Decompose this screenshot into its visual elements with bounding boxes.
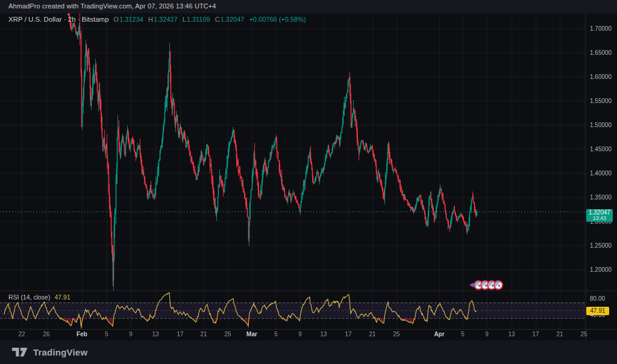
time-axis-label: Apr xyxy=(434,331,444,338)
time-axis-label: 5 xyxy=(274,331,278,338)
top-bar: AhmadPro created with TradingView.com, A… xyxy=(0,0,617,13)
time-axis-label: 25 xyxy=(393,331,399,338)
price-axis-label: 1.60000 xyxy=(590,74,612,80)
price-axis-label: 1.20000 xyxy=(590,266,612,273)
rsi-current-value: 47.91 xyxy=(54,293,70,301)
cursor-arrow-icon xyxy=(469,283,474,287)
time-axis-label: 17 xyxy=(177,331,183,338)
price-axis-label: 1.70000 xyxy=(590,25,612,32)
ohlc-close: C1.32047 xyxy=(215,16,245,23)
symbol-legend: XRP / U.S. Dollar · 2h · Bitstamp O1.312… xyxy=(8,16,306,23)
rsi-axis-label: 80.00 xyxy=(590,295,605,302)
price-axis-label: 1.35000 xyxy=(590,194,612,201)
ohlc-open: O1.31234 xyxy=(114,16,143,23)
time-axis[interactable]: 2226Feb5913172125Mar5913172125Apr5913172… xyxy=(0,330,586,340)
price-axis-label: 1.50000 xyxy=(590,122,612,128)
price-axis-label: 1.55000 xyxy=(590,98,612,104)
chart-area: XRP / U.S. Dollar · 2h · Bitstamp O1.312… xyxy=(0,13,617,340)
credit-text: AhmadPro created with TradingView.com, A… xyxy=(8,2,216,10)
bar-countdown: 13:43 xyxy=(586,216,613,221)
time-axis-label: 13 xyxy=(152,331,158,338)
last-price-label: 1.32047 13:43 xyxy=(586,209,613,222)
footer-bar: TradingView xyxy=(0,340,617,364)
time-axis-label: 13 xyxy=(508,331,515,338)
time-axis-label: 25 xyxy=(224,331,231,338)
time-axis-label: 22 xyxy=(18,331,25,338)
time-axis-label: 25 xyxy=(580,331,587,338)
tradingview-logo-icon xyxy=(12,348,28,357)
time-axis-label: 5 xyxy=(461,331,465,338)
flag-sticker-icon[interactable] xyxy=(493,280,503,290)
time-axis-label: 9 xyxy=(485,331,489,338)
time-axis-label: 21 xyxy=(369,331,375,338)
rsi-value-label: 47.91 xyxy=(586,307,609,315)
time-axis-label: 26 xyxy=(43,331,49,338)
time-axis-label: 21 xyxy=(556,331,563,338)
time-axis-label: 21 xyxy=(200,331,207,338)
time-axis-label: Feb xyxy=(77,331,87,338)
time-axis-label: 17 xyxy=(345,331,351,338)
ohlc-high: H1.32427 xyxy=(148,16,178,23)
time-axis-label: 9 xyxy=(298,331,302,338)
rsi-legend: RSI (14, close) 47.91 xyxy=(8,293,70,301)
price-axis-label: 1.40000 xyxy=(590,170,612,177)
time-axis-label: 9 xyxy=(129,331,133,338)
price-axis-label: 1.45000 xyxy=(590,146,612,152)
price-axis-label: 1.65000 xyxy=(590,49,612,56)
price-axis-label: 1.25000 xyxy=(590,242,612,249)
tradingview-logo[interactable]: TradingView xyxy=(12,347,87,357)
sticker-group xyxy=(469,280,503,290)
ohlc-low: L1.31109 xyxy=(183,16,210,23)
time-axis-label: 17 xyxy=(532,331,539,338)
time-axis-label: 5 xyxy=(105,331,108,338)
price-axis[interactable]: 1.32047 13:43 47.91 1.700001.650001.6000… xyxy=(586,13,617,340)
rsi-title[interactable]: RSI (14, close) xyxy=(8,293,50,301)
price-chart-canvas[interactable] xyxy=(0,13,617,340)
change-value: +0.00766 (+0.58%) xyxy=(249,16,305,23)
time-axis-label: 13 xyxy=(320,331,327,338)
tradingview-brand-text: TradingView xyxy=(33,347,87,357)
time-axis-label: Mar xyxy=(246,331,257,338)
symbol-title[interactable]: XRP / U.S. Dollar · 2h · Bitstamp xyxy=(8,16,109,23)
